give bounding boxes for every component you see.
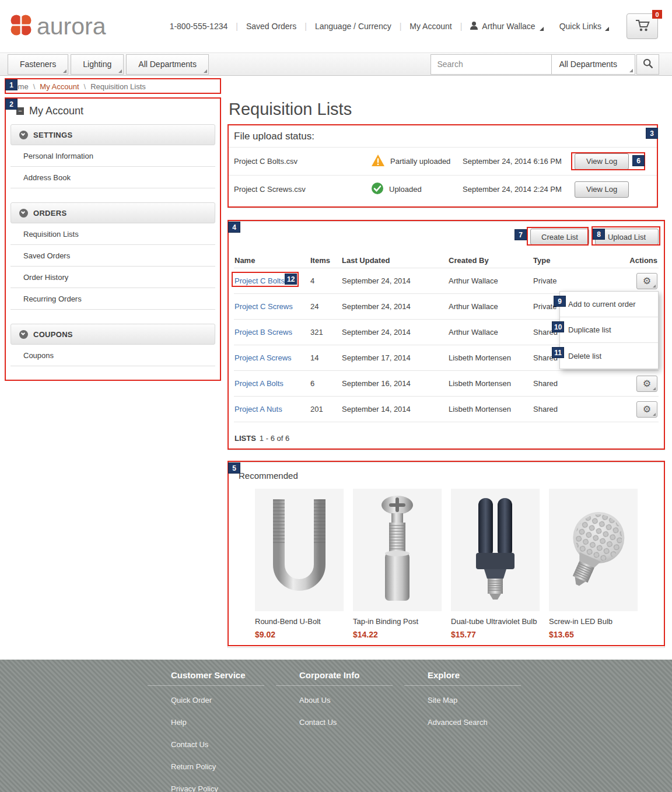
upload-status-text: Partially uploaded bbox=[390, 157, 450, 166]
product-name-link[interactable]: Screw-in LED Bulb bbox=[549, 617, 638, 626]
menu-duplicate-list[interactable]: Duplicate list bbox=[560, 317, 658, 343]
list-name-link[interactable]: Project A Bolts bbox=[235, 379, 284, 388]
user-menu[interactable]: Arthur Wallace bbox=[470, 22, 543, 31]
sidebar-item-order-history[interactable]: Order History bbox=[10, 267, 215, 288]
account-sidebar: − My Account SETTINGS Personal Informati… bbox=[5, 97, 221, 380]
sidebar-item-recurring-orders[interactable]: Recurring Orders bbox=[10, 288, 215, 310]
actions-gear-button[interactable]: ⚙ bbox=[636, 273, 657, 289]
warning-icon bbox=[371, 154, 385, 169]
list-name-link[interactable]: Project A Screws bbox=[235, 353, 292, 362]
list-items-count: 321 bbox=[306, 328, 342, 337]
sidebar-item-requisition-lists[interactable]: Requisition Lists bbox=[10, 223, 215, 245]
product-image-uv-bulb[interactable] bbox=[451, 489, 540, 611]
sidebar-title[interactable]: − My Account bbox=[5, 97, 221, 124]
upload-list-button[interactable]: Upload List bbox=[595, 229, 659, 245]
footer-column-explore: Explore Site Map Advanced Search bbox=[428, 670, 556, 792]
search-input[interactable] bbox=[430, 54, 551, 75]
product-name-link[interactable]: Tap-in Binding Post bbox=[353, 617, 442, 626]
sidebar-title-label: My Account bbox=[29, 105, 83, 117]
nav-all-departments[interactable]: All Departments bbox=[126, 54, 209, 75]
footer-link-contact-us[interactable]: Contact Us bbox=[299, 718, 428, 727]
actions-dropdown-menu: Add to current order Duplicate list Dele… bbox=[559, 291, 659, 369]
menu-delete-list[interactable]: Delete list bbox=[560, 343, 658, 369]
sidebar-heading-coupons[interactable]: COUPONS bbox=[10, 324, 215, 345]
footer-heading: Corporate Info bbox=[276, 670, 393, 686]
upload-status-row: Project C Bolts.csv Partially uploaded S… bbox=[228, 147, 657, 175]
upload-date: September 24, 2014 6:16 PM bbox=[463, 157, 575, 166]
search-button[interactable] bbox=[636, 54, 659, 75]
list-items-count: 14 bbox=[306, 353, 342, 362]
list-name-link[interactable]: Project A Nuts bbox=[235, 405, 282, 413]
sidebar-heading-settings[interactable]: SETTINGS bbox=[10, 124, 215, 145]
footer-link-contact-us[interactable]: Contact Us bbox=[171, 740, 299, 749]
footer-link-privacy-policy[interactable]: Privacy Policy bbox=[171, 784, 299, 792]
user-name: Arthur Wallace bbox=[482, 22, 535, 31]
actions-gear-button[interactable]: ⚙ bbox=[636, 401, 657, 418]
chevron-down-icon bbox=[19, 330, 28, 339]
list-type: Private bbox=[533, 276, 618, 285]
menu-add-to-current-order[interactable]: Add to current order bbox=[560, 292, 658, 317]
language-currency-link[interactable]: Language / Currency bbox=[315, 22, 391, 31]
list-name-link[interactable]: Project C Bolts bbox=[235, 276, 285, 285]
sidebar-item-coupons[interactable]: Coupons bbox=[10, 345, 215, 366]
collapse-minus-icon[interactable]: − bbox=[16, 107, 24, 115]
aurora-logo[interactable]: aurora bbox=[8, 12, 106, 40]
footer-link-help[interactable]: Help bbox=[171, 718, 299, 727]
list-items-count: 201 bbox=[306, 405, 342, 413]
chevron-down-icon bbox=[19, 209, 28, 218]
lists-summary: LISTS1 - 6 of 6 bbox=[234, 434, 659, 443]
list-type: Shared bbox=[533, 379, 618, 388]
sidebar-heading-orders[interactable]: ORDERS bbox=[10, 202, 215, 223]
list-name-link[interactable]: Project C Screws bbox=[235, 302, 293, 311]
footer-link-about-us[interactable]: About Us bbox=[299, 696, 428, 705]
list-type: Shared bbox=[533, 405, 618, 413]
sidebar-item-address-book[interactable]: Address Book bbox=[10, 167, 215, 188]
product-price: $14.22 bbox=[353, 630, 442, 639]
sidebar-item-personal-information[interactable]: Personal Information bbox=[10, 145, 215, 167]
breadcrumb-my-account[interactable]: My Account bbox=[40, 82, 79, 91]
header-separator: | bbox=[304, 22, 307, 31]
view-log-button[interactable]: View Log bbox=[575, 181, 629, 198]
gear-icon: ⚙ bbox=[643, 276, 651, 286]
list-last-updated: September 17, 2014 bbox=[342, 353, 449, 362]
upload-file-name: Project C Bolts.csv bbox=[234, 157, 371, 166]
nav-lighting[interactable]: Lighting bbox=[71, 54, 124, 75]
footer-link-quick-order[interactable]: Quick Order bbox=[171, 696, 299, 705]
sidebar-heading-label: ORDERS bbox=[33, 209, 66, 218]
saved-orders-link[interactable]: Saved Orders bbox=[246, 22, 296, 31]
cart-button[interactable]: 0 bbox=[626, 13, 658, 39]
product-name-link[interactable]: Dual-tube Ultraviolet Bulb bbox=[451, 617, 540, 626]
actions-gear-button[interactable]: ⚙ bbox=[636, 376, 657, 392]
product-image-led-bulb[interactable] bbox=[549, 489, 638, 611]
search-scope-select[interactable]: All Departments bbox=[551, 54, 635, 75]
sidebar-item-saved-orders[interactable]: Saved Orders bbox=[10, 245, 215, 267]
dropdown-triangle-icon bbox=[540, 27, 544, 31]
product-cards: Round-Bend U-Bolt $9.02 bbox=[234, 489, 659, 639]
nav-fasteners[interactable]: Fasteners bbox=[8, 54, 68, 75]
page-title: Requisition Lists bbox=[229, 100, 665, 119]
dropdown-triangle-icon bbox=[605, 27, 609, 31]
product-card: Screw-in LED Bulb $13.65 bbox=[549, 489, 638, 639]
header-separator: | bbox=[236, 22, 238, 31]
footer-link-site-map[interactable]: Site Map bbox=[428, 696, 556, 705]
breadcrumb-home[interactable]: Home bbox=[8, 82, 29, 91]
search-bar: All Departments bbox=[430, 54, 659, 75]
phone-number: 1-800-555-1234 bbox=[170, 22, 228, 31]
product-image-u-bolt[interactable] bbox=[255, 489, 344, 611]
product-name-link[interactable]: Round-Bend U-Bolt bbox=[255, 617, 344, 626]
view-log-button[interactable]: View Log bbox=[575, 153, 629, 170]
list-last-updated: September 24, 2014 bbox=[342, 302, 449, 311]
file-upload-status-panel: File upload status: Project C Bolts.csv … bbox=[228, 125, 658, 208]
list-name-link[interactable]: Project B Screws bbox=[235, 328, 292, 337]
search-icon bbox=[643, 58, 653, 71]
my-account-link[interactable]: My Account bbox=[410, 22, 452, 31]
column-header-last-updated: Last Updated bbox=[342, 256, 449, 265]
lists-summary-value: 1 - 6 of 6 bbox=[260, 434, 289, 443]
quick-links-menu[interactable]: Quick Links bbox=[559, 22, 609, 31]
footer-column-customer-service: Customer Service Quick Order Help Contac… bbox=[171, 670, 299, 792]
create-list-button[interactable]: Create List bbox=[530, 229, 589, 245]
breadcrumb: Home \ My Account \ Requisition Lists bbox=[8, 79, 672, 94]
footer-link-return-policy[interactable]: Return Policy bbox=[171, 762, 299, 771]
product-image-binding-post[interactable] bbox=[353, 489, 442, 611]
footer-link-advanced-search[interactable]: Advanced Search bbox=[428, 718, 556, 727]
